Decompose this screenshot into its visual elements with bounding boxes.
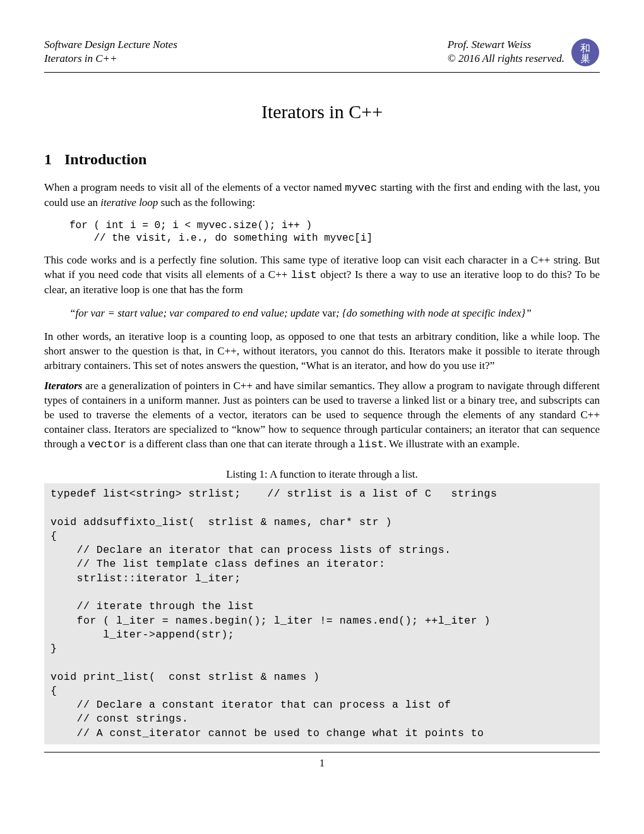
header-author: Prof. Stewart Weiss (448, 38, 564, 52)
intro-paragraph-2: This code works and is a perfectly fine … (44, 253, 600, 298)
intro-paragraph-1: When a program needs to visit all of the… (44, 181, 600, 210)
loop-form-quote: “for var = start value; var compared to … (69, 306, 575, 321)
listing-1-code: typedef list<string> strlist; // strlist… (44, 483, 600, 744)
term-iterative-loop: iterative loop (100, 196, 158, 208)
listing-caption: Listing 1: A function to iterate through… (44, 468, 600, 481)
page-header: Software Design Lecture Notes Iterators … (44, 38, 600, 73)
header-left: Software Design Lecture Notes Iterators … (44, 38, 177, 66)
code-list-2: list (358, 438, 384, 450)
header-course: Software Design Lecture Notes (44, 38, 177, 52)
page-number: 1 (44, 758, 600, 769)
section-heading: 1Introduction (44, 151, 600, 168)
header-right: Prof. Stewart Weiss © 2016 All rights re… (448, 38, 564, 66)
intro-paragraph-3: In other words, an iterative loop is a c… (44, 330, 600, 373)
code-vector: vector (88, 438, 126, 450)
term-iterators: Iterators (44, 380, 82, 392)
code-myvec: myvec (345, 182, 377, 194)
header-right-wrap: Prof. Stewart Weiss © 2016 All rights re… (448, 38, 600, 67)
footer-rule (44, 752, 600, 752)
svg-text:巢: 巢 (580, 53, 590, 64)
svg-text:和: 和 (580, 43, 590, 54)
section-name: Introduction (64, 151, 146, 167)
document-title: Iterators in C++ (44, 101, 600, 123)
header-copyright: © 2016 All rights reserved. (448, 52, 564, 66)
code-list: list (291, 269, 317, 281)
nest-logo-icon: 和 巢 (571, 38, 600, 67)
header-topic: Iterators in C++ (44, 52, 177, 66)
section-number: 1 (44, 151, 52, 168)
page: Software Design Lecture Notes Iterators … (0, 0, 644, 834)
code-example-1: for ( int i = 0; i < myvec.size(); i++ )… (69, 219, 600, 245)
intro-paragraph-4: Iterators are a generalization of pointe… (44, 379, 600, 452)
